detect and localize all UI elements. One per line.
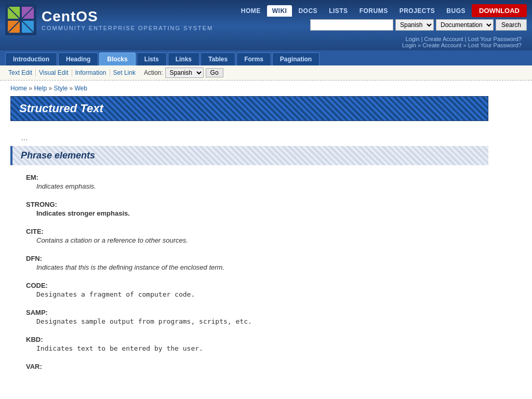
breadcrumb: Home » Help » Style » Web [0, 81, 532, 96]
action-go-button[interactable]: Go [206, 68, 223, 77]
user-links-line2: Login » Create Account » Lost Your Passw… [402, 42, 522, 48]
term-var: VAR: [26, 363, 473, 370]
site-name: CentOS [42, 8, 213, 25]
tab-forms[interactable]: Forms [236, 52, 271, 65]
action-text-edit[interactable]: Text Edit [5, 69, 36, 76]
breadcrumb-web[interactable]: Web [74, 85, 87, 92]
site-tagline: Community Enterprise Operating System [42, 25, 213, 31]
tab-links[interactable]: Links [168, 52, 200, 65]
desc-cite: Contains a citation or a reference to ot… [26, 236, 473, 244]
action-information[interactable]: Information [72, 69, 110, 76]
lost-password-link2[interactable]: Lost Your Password? [468, 42, 522, 48]
search-button[interactable]: Search [496, 19, 527, 31]
tab-tables[interactable]: Tables [201, 52, 235, 65]
tabs-bar: Introduction Heading Blocks Lists Links … [0, 50, 532, 65]
tab-blocks[interactable]: Blocks [99, 52, 135, 65]
logo-area: CentOS Community Enterprise Operating Sy… [5, 4, 213, 35]
def-cite: CITE: Contains a citation or a reference… [26, 228, 473, 244]
create-account-link2[interactable]: Create Account [422, 42, 461, 48]
def-samp: SAMP: Designates sample output from prog… [26, 309, 473, 325]
create-account-link[interactable]: Create Account [424, 36, 463, 42]
term-em: EM: [26, 174, 473, 181]
ellipsis-text: … [10, 129, 488, 146]
tab-lists[interactable]: Lists [137, 52, 167, 65]
action-bar: Text Edit Visual Edit Information Set Li… [0, 65, 532, 81]
action-select[interactable]: Spanish English [165, 68, 204, 78]
term-strong: STRONG: [26, 201, 473, 208]
logo-icon [5, 4, 36, 35]
desc-dfn: Indicates that this is the defining inst… [26, 263, 473, 271]
download-button[interactable]: DOWNLOAD [472, 4, 527, 17]
tab-introduction[interactable]: Introduction [5, 52, 57, 65]
term-dfn: DFN: [26, 255, 473, 262]
login-link2[interactable]: Login [402, 42, 416, 48]
section-heading: Phrase elements [10, 146, 488, 165]
tab-heading[interactable]: Heading [58, 52, 98, 65]
breadcrumb-style[interactable]: Style [54, 85, 68, 92]
desc-em: Indicates emphasis. [26, 182, 473, 190]
action-visual-edit[interactable]: Visual Edit [36, 69, 72, 76]
definition-list: EM: Indicates emphasis. STRONG: Indicate… [10, 174, 488, 370]
nav-docs[interactable]: DOCS [293, 5, 323, 17]
language-select[interactable]: Spanish English [395, 19, 434, 31]
search-area: Spanish English Documentation All Search [310, 19, 527, 31]
term-samp: SAMP: [26, 309, 473, 316]
def-kbd: KBD: Indicates text to be entered by the… [26, 336, 473, 352]
page-title: Structured Text [19, 102, 480, 115]
desc-kbd: Indicates text to be entered by the user… [26, 344, 473, 352]
desc-strong: Indicates stronger emphasis. [26, 209, 473, 217]
search-input[interactable] [310, 19, 393, 31]
main-content: Structured Text … Phrase elements EM: In… [0, 96, 499, 391]
desc-samp: Designates sample output from programs, … [26, 317, 473, 325]
lost-password-link[interactable]: Lost Your Password? [468, 36, 522, 42]
breadcrumb-home[interactable]: Home [10, 85, 27, 92]
def-strong: STRONG: Indicates stronger emphasis. [26, 201, 473, 217]
nav-bugs[interactable]: BUGS [441, 5, 471, 17]
scope-select[interactable]: Documentation All [436, 19, 494, 31]
nav-wiki[interactable]: WIKI [267, 5, 292, 17]
user-links-line1: Login | Create Account | Lost Your Passw… [406, 36, 522, 42]
nav-forums[interactable]: FORUMS [354, 5, 393, 17]
user-links: Login | Create Account | Lost Your Passw… [397, 35, 527, 50]
nav-projects[interactable]: PROJECTS [394, 5, 441, 17]
tab-pagination[interactable]: Pagination [272, 52, 320, 65]
login-link[interactable]: Login [406, 36, 420, 42]
def-code: CODE: Designates a fragment of computer … [26, 282, 473, 298]
def-dfn: DFN: Indicates that this is the defining… [26, 255, 473, 271]
page-title-box: Structured Text [10, 96, 488, 121]
term-kbd: KBD: [26, 336, 473, 343]
def-em: EM: Indicates emphasis. [26, 174, 473, 190]
breadcrumb-help[interactable]: Help [34, 85, 47, 92]
section-title: Phrase elements [21, 150, 480, 161]
logo-text: CentOS Community Enterprise Operating Sy… [42, 8, 213, 31]
def-var: VAR: [26, 363, 473, 370]
action-set-link[interactable]: Set Link [110, 69, 139, 76]
nav-row: HOME WIKI DOCS LISTS FORUMS PROJECTS BUG… [236, 4, 527, 17]
term-code: CODE: [26, 282, 473, 289]
action-label: Action: [144, 69, 163, 76]
right-header: HOME WIKI DOCS LISTS FORUMS PROJECTS BUG… [236, 4, 527, 50]
desc-code: Designates a fragment of computer code. [26, 290, 473, 298]
nav-home[interactable]: HOME [236, 5, 266, 17]
nav-lists[interactable]: LISTS [324, 5, 353, 17]
term-cite: CITE: [26, 228, 473, 235]
